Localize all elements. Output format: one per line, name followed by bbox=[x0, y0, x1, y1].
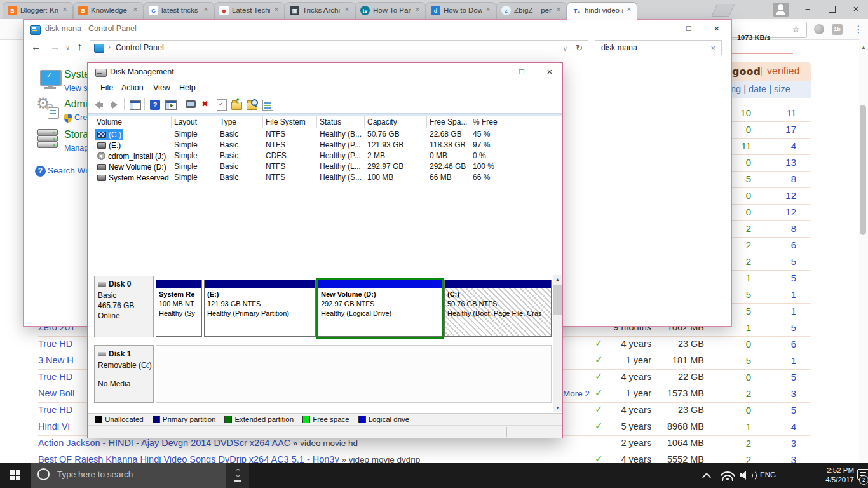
column-header-status[interactable]: Status bbox=[317, 116, 365, 128]
dm-disk0-panel[interactable]: Disk 0 Basic 465.76 GB Online bbox=[94, 276, 154, 337]
table-row[interactable]: (E:)SimpleBasicNTFSHealthy (P...121.93 G… bbox=[88, 140, 562, 151]
tray-language[interactable]: ENG bbox=[760, 471, 776, 478]
cp-refresh-icon[interactable]: ↻ bbox=[576, 43, 583, 53]
toolbar-back-button[interactable] bbox=[92, 97, 106, 112]
result-title-link[interactable]: True HD bbox=[38, 339, 72, 349]
dm-disk1-panel[interactable]: Disk 1 Removable (G:) No Media bbox=[94, 345, 154, 403]
legend-swatch bbox=[95, 416, 102, 423]
column-header-capacity[interactable]: Capacity bbox=[365, 116, 427, 128]
cp-forward-button[interactable]: → bbox=[50, 41, 60, 53]
volume-icon[interactable] bbox=[740, 470, 754, 480]
toolbar-properties-button[interactable] bbox=[260, 97, 274, 112]
result-title-link[interactable]: 3 New H bbox=[38, 355, 74, 365]
column-header-type[interactable]: Type bbox=[217, 116, 263, 128]
dm-close-button[interactable]: × bbox=[538, 64, 562, 79]
toolbar-delete-button[interactable]: ✖ bbox=[199, 97, 213, 112]
page-scrollbar[interactable]: ▲ bbox=[859, 39, 868, 463]
cp-search-value[interactable]: disk mana bbox=[601, 43, 637, 52]
toolbar-screen-button[interactable] bbox=[184, 97, 198, 112]
dm-scroll-down-icon[interactable]: ▼ bbox=[555, 405, 560, 410]
result-title-link[interactable]: Action Jackson - HINDI - Ajay Devgn 2014… bbox=[38, 438, 358, 448]
cell-capacity: 292.97 GB bbox=[367, 161, 427, 172]
header-sort-label[interactable]: ng | date | size bbox=[731, 84, 790, 94]
column-header-volume[interactable]: Volume bbox=[94, 116, 172, 128]
legend-label: Unallocated bbox=[105, 416, 144, 423]
speaker-wave2 bbox=[746, 470, 757, 481]
result-title-link[interactable]: True HD bbox=[38, 372, 72, 382]
cp-breadcrumb-location[interactable]: Control Panel bbox=[116, 43, 164, 52]
partition-system-re[interactable]: System Re100 MB NTHealthy (Sy bbox=[156, 280, 202, 337]
disk0-kind: Basic bbox=[98, 291, 116, 300]
dm-maximize-button[interactable]: □ bbox=[510, 64, 534, 79]
cp-up-button[interactable]: ↑ bbox=[77, 41, 82, 53]
dm-graph-scrollbar[interactable]: ▲ ▼ bbox=[553, 275, 562, 412]
table-row[interactable]: New Volume (D:)SimpleBasicNTFSHealthy (L… bbox=[88, 161, 562, 172]
good-count: 1 bbox=[713, 421, 751, 432]
table-row[interactable]: cdrom_install (J:)SimpleBasicCDFSHealthy… bbox=[88, 151, 562, 161]
table-row[interactable]: (C:)SimpleBasicNTFSHealthy (B...50.76 GB… bbox=[88, 129, 562, 140]
toolbar-console-tree-button[interactable] bbox=[128, 97, 142, 112]
cp-close-button[interactable]: × bbox=[705, 21, 729, 36]
tray-chevron-icon[interactable] bbox=[702, 471, 712, 480]
taskbar-search-box[interactable]: Type here to search bbox=[31, 463, 226, 488]
toolbar-folder-up-button[interactable]: ↑ bbox=[229, 97, 243, 112]
cp-result-title[interactable]: Stora bbox=[64, 129, 88, 140]
table-row[interactable]: System ReservedSimpleBasicNTFSHealthy (S… bbox=[88, 172, 562, 183]
menu-file[interactable]: File bbox=[98, 82, 116, 93]
column-header-file-system[interactable]: File System bbox=[263, 116, 317, 128]
screen-shape bbox=[186, 100, 196, 108]
wifi-icon[interactable] bbox=[721, 470, 735, 481]
dm-minimize-button[interactable]: – bbox=[480, 64, 505, 79]
partition--e-[interactable]: (E:)121.93 GB NTFSHealthy (Primary Parti… bbox=[204, 280, 316, 337]
cp-result-title[interactable]: Admi bbox=[64, 98, 87, 110]
page-scroll-thumb[interactable] bbox=[860, 105, 866, 235]
result-title-link[interactable]: True HD bbox=[38, 405, 72, 415]
microphone-button[interactable] bbox=[226, 463, 249, 488]
cp-maximize-button[interactable]: □ bbox=[677, 21, 701, 36]
result-title-link[interactable]: New Boll bbox=[38, 388, 74, 398]
cp-minimize-button[interactable]: – bbox=[648, 21, 672, 36]
tab-close-icon[interactable]: × bbox=[625, 5, 634, 14]
dm-disk1-media-area[interactable] bbox=[156, 345, 552, 403]
dm-volume-table: VolumeLayoutTypeFile SystemStatusCapacit… bbox=[88, 116, 562, 274]
menu-action[interactable]: Action bbox=[119, 82, 146, 93]
menu-view[interactable]: View bbox=[151, 82, 173, 93]
cp-address-chevron-icon[interactable]: ∨ bbox=[563, 45, 567, 52]
dm-icon-slot bbox=[97, 73, 102, 74]
cp-result-title[interactable]: Syste bbox=[64, 69, 90, 80]
toolbar-folder-find-button[interactable] bbox=[245, 97, 259, 112]
partition-new-volume-d-[interactable]: New Volume (D:)292.97 GB NTFSHealthy (Lo… bbox=[318, 280, 442, 337]
volume-drive-icon bbox=[97, 175, 106, 181]
column-header--free[interactable]: % Free bbox=[470, 116, 526, 128]
cp-back-button[interactable]: ← bbox=[31, 41, 41, 53]
header-verified-label[interactable]: verified bbox=[767, 65, 800, 77]
dm-scroll-up-icon[interactable]: ▲ bbox=[555, 277, 560, 281]
cp-search-clear-icon[interactable]: × bbox=[710, 43, 715, 53]
toolbar-forward-button[interactable] bbox=[107, 97, 121, 112]
disk1-status: No Media bbox=[98, 379, 130, 388]
toolbar-checklist-button[interactable]: ✓ bbox=[214, 97, 228, 112]
partition--c-[interactable]: (C:)50.76 GB NTFSHealthy (Boot, Page Fil… bbox=[444, 280, 552, 337]
tab-translate-icon: T₂ bbox=[572, 6, 581, 15]
cp-result-link[interactable]: Manag bbox=[64, 144, 88, 152]
header-good-label[interactable]: good bbox=[732, 65, 761, 78]
browser-tab-9[interactable]: T₂hindi video s× bbox=[567, 2, 637, 20]
result-title-link[interactable]: Hindi Vi bbox=[38, 421, 70, 431]
toolbar-help-button[interactable]: ? bbox=[148, 97, 162, 112]
dm-scroll-thumb[interactable] bbox=[553, 285, 562, 315]
cp-address-bar[interactable]: › Control Panel ∨ ↻ bbox=[90, 40, 588, 55]
check-glyph: ✓ bbox=[219, 100, 224, 107]
column-header-free-spa-[interactable]: Free Spa... bbox=[427, 116, 470, 128]
tray-clock[interactable]: 2:52 PM 4/5/2017 bbox=[788, 466, 854, 485]
disk0-name: Disk 0 bbox=[109, 280, 131, 288]
cp-history-chevron-icon[interactable]: ∨ bbox=[65, 44, 70, 51]
cp-search-box[interactable]: disk mana × bbox=[595, 40, 722, 55]
toolbar-console-window-button[interactable]: ▶ bbox=[163, 97, 177, 112]
more-link[interactable]: More 2 bbox=[563, 389, 590, 398]
drive-led bbox=[53, 138, 55, 140]
cell--free: 45 % bbox=[473, 129, 526, 140]
menu-help[interactable]: Help bbox=[177, 82, 198, 93]
page-scroll-up-icon[interactable]: ▲ bbox=[861, 44, 866, 50]
column-header-layout[interactable]: Layout bbox=[172, 116, 217, 128]
start-button[interactable] bbox=[0, 463, 31, 488]
